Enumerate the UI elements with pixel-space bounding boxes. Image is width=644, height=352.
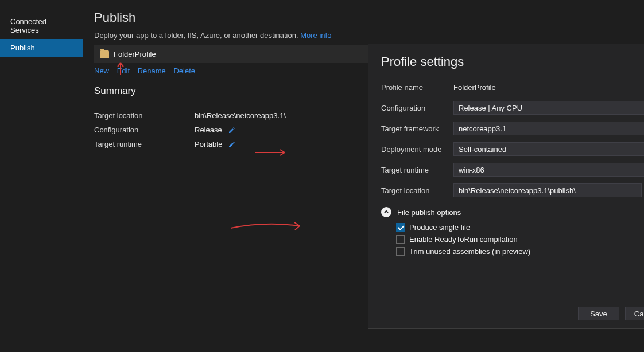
checkbox-label: Produce single file: [409, 223, 470, 232]
checkbox-ready-to-run[interactable]: [396, 235, 405, 244]
target-framework-label: Target framework: [381, 124, 453, 133]
checkbox-label: Enable ReadyToRun compilation: [409, 235, 518, 244]
profile-settings-dialog: ✕ Profile settings Profile name FolderPr…: [368, 44, 644, 329]
checkbox-produce-single-file[interactable]: [396, 223, 405, 232]
expander-label: File publish options: [397, 208, 461, 217]
action-edit[interactable]: Edit: [117, 67, 130, 75]
sidebar-item-publish[interactable]: Publish: [0, 39, 83, 57]
cancel-button[interactable]: Cancel: [625, 307, 644, 320]
summary-value-text: bin\Release\netcoreapp3.1\: [195, 111, 286, 120]
checkbox-row-trim-unused[interactable]: Trim unused assemblies (in preview): [381, 247, 644, 256]
action-delete[interactable]: Delete: [173, 67, 195, 75]
target-location-label: Target location: [381, 186, 453, 195]
checkbox-row-ready-to-run[interactable]: Enable ReadyToRun compilation: [381, 235, 644, 244]
chevron-up-icon[interactable]: [381, 207, 391, 217]
summary-title: Summary: [94, 85, 289, 100]
target-runtime-select[interactable]: win-x86: [453, 163, 644, 177]
action-rename[interactable]: Rename: [138, 67, 166, 75]
subtitle-text: Deploy your app to a folder, IIS, Azure,…: [94, 31, 298, 40]
summary-value: Release: [195, 126, 236, 134]
checkbox-row-produce-single-file[interactable]: Produce single file: [381, 223, 644, 232]
target-location-input[interactable]: bin\Release\netcoreapp3.1\publish\: [453, 183, 642, 197]
page-subtitle: Deploy your app to a folder, IIS, Azure,…: [94, 31, 630, 40]
more-info-link[interactable]: More info: [300, 31, 331, 40]
target-framework-select[interactable]: netcoreapp3.1: [453, 122, 644, 135]
page-title: Publish: [94, 10, 630, 25]
pencil-icon[interactable]: [228, 140, 236, 148]
deployment-mode-label: Deployment mode: [381, 145, 453, 154]
target-framework-value: netcoreapp3.1: [459, 124, 506, 133]
configuration-label: Configuration: [381, 104, 453, 112]
profile-name-value: FolderProfile: [453, 83, 496, 92]
checkbox-trim-unused[interactable]: [396, 247, 405, 256]
file-publish-options-expander[interactable]: File publish options: [381, 207, 644, 217]
summary-label: Target runtime: [94, 140, 195, 148]
profile-name-label: Profile name: [381, 83, 453, 92]
target-location-value: bin\Release\netcoreapp3.1\publish\: [459, 186, 576, 195]
checkbox-label: Trim unused assemblies (in preview): [409, 247, 530, 256]
summary-label: Configuration: [94, 126, 195, 134]
target-runtime-label: Target runtime: [381, 166, 453, 174]
sidebar-item-connected-services[interactable]: Connected Services: [0, 13, 83, 39]
folder-icon: [100, 50, 109, 58]
summary-value-text: Portable: [195, 140, 222, 148]
action-new[interactable]: New: [94, 67, 109, 75]
save-button[interactable]: Save: [578, 307, 619, 320]
sidebar: Connected Services Publish: [0, 0, 83, 352]
configuration-select[interactable]: Release | Any CPU: [453, 101, 644, 115]
summary-value-text: Release: [195, 126, 222, 134]
annotation-arrow-single-file: [230, 220, 303, 230]
target-runtime-value: win-x86: [459, 166, 484, 174]
main-area: Publish Deploy your app to a folder, IIS…: [83, 0, 644, 352]
profile-name: FolderProfile: [114, 50, 156, 58]
summary-value: Portable: [195, 140, 236, 148]
dialog-title: Profile settings: [381, 54, 644, 69]
dialog-footer: Save Cancel: [381, 307, 644, 320]
deployment-mode-value: Self-contained: [459, 145, 506, 154]
pencil-icon[interactable]: [228, 126, 236, 134]
configuration-value: Release | Any CPU: [459, 104, 522, 112]
summary-label: Target location: [94, 111, 195, 120]
deployment-mode-select[interactable]: Self-contained: [453, 142, 644, 156]
summary-value: bin\Release\netcoreapp3.1\: [195, 111, 286, 120]
